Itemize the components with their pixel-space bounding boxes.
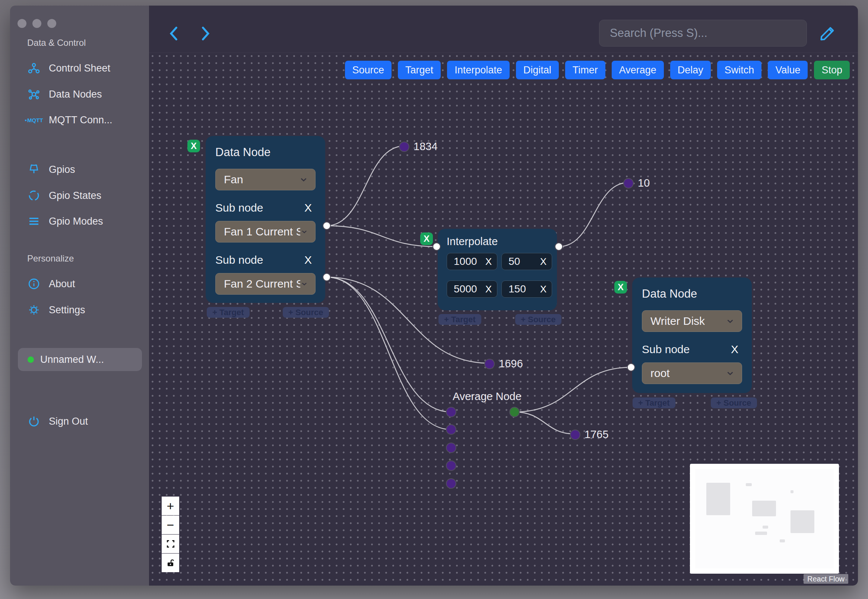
back-button[interactable] xyxy=(167,25,182,42)
sidebar-item-label: Gpio Modes xyxy=(49,216,103,227)
remove-sub-node-button[interactable]: X xyxy=(302,254,314,266)
source-handle[interactable] xyxy=(555,242,563,251)
window-traffic-lights[interactable] xyxy=(18,19,56,28)
node-title: Interpolate xyxy=(447,235,548,248)
search-box xyxy=(599,20,807,47)
remove-value-button[interactable]: X xyxy=(485,283,492,295)
sidebar-item-sign-out[interactable]: Sign Out xyxy=(27,414,88,429)
minimap-node xyxy=(746,483,752,486)
sub-node-select[interactable]: root xyxy=(642,363,742,384)
node-title: Data Node xyxy=(215,146,316,159)
zoom-window-button[interactable] xyxy=(47,19,56,28)
sidebar-item-gpios[interactable]: Gpios xyxy=(27,162,75,177)
fit-view-icon xyxy=(166,539,176,549)
gear-icon xyxy=(27,304,41,316)
palette-interpolate-button[interactable]: Interpolate xyxy=(447,61,510,79)
interpolate-value: 50 xyxy=(508,256,520,268)
target-handle[interactable] xyxy=(433,242,441,251)
forward-button[interactable] xyxy=(197,25,213,42)
minimap-node xyxy=(752,501,776,516)
target-handle[interactable] xyxy=(627,363,635,372)
remove-value-button[interactable]: X xyxy=(485,256,492,268)
add-target-button[interactable]: + Target xyxy=(207,307,250,318)
palette-target-button[interactable]: Target xyxy=(398,61,441,79)
sidebar-item-gpio-modes[interactable]: Gpio Modes xyxy=(27,214,103,229)
source-handle[interactable] xyxy=(323,273,331,281)
value-handle-dot[interactable] xyxy=(571,430,580,439)
interpolate-input-pair[interactable]: 5000 X xyxy=(447,280,497,298)
data-node-fan[interactable]: Data Node Fan Sub node X Fan 1 Current S… xyxy=(206,136,325,303)
remove-sub-node-button[interactable]: X xyxy=(302,202,314,214)
interpolate-input-pair[interactable]: 1000 X xyxy=(447,253,497,270)
lock-toggle-button[interactable] xyxy=(162,554,179,572)
delete-node-button[interactable]: X xyxy=(187,140,200,152)
add-target-button[interactable]: + Target xyxy=(438,314,481,325)
search-input[interactable] xyxy=(599,20,806,46)
average-input-handle[interactable] xyxy=(447,443,456,452)
sub-node-label: Sub node xyxy=(642,343,689,356)
sidebar-item-settings[interactable]: Settings xyxy=(27,302,85,318)
remove-sub-node-button[interactable]: X xyxy=(729,343,740,356)
close-window-button[interactable] xyxy=(18,19,26,28)
sub-node-select[interactable]: Fan 1 Current Spe xyxy=(215,221,316,242)
edit-pencil-icon[interactable] xyxy=(818,25,836,43)
device-select[interactable]: Fan xyxy=(215,169,316,190)
sidebar-item-workspace-unnamed[interactable]: Unnamed W... xyxy=(18,348,142,371)
interpolate-input-pair[interactable]: 50 X xyxy=(501,253,552,270)
device-select[interactable]: Writer Disk xyxy=(642,310,742,332)
delete-node-button[interactable]: X xyxy=(420,232,433,245)
device-select-value: Fan xyxy=(224,173,243,186)
device-select-value: Writer Disk xyxy=(650,315,705,327)
fit-view-button[interactable] xyxy=(162,534,179,553)
average-input-handle[interactable] xyxy=(447,425,456,434)
remove-value-button[interactable]: X xyxy=(540,283,546,295)
react-flow-attribution[interactable]: React Flow xyxy=(803,574,848,584)
minimap[interactable] xyxy=(690,464,839,574)
average-input-handle[interactable] xyxy=(447,408,456,417)
interpolate-value: 1000 xyxy=(454,256,477,268)
interpolate-input-pair[interactable]: 150 X xyxy=(501,280,552,298)
delete-node-button[interactable]: X xyxy=(614,281,627,293)
add-source-button[interactable]: + Source xyxy=(711,397,757,408)
palette-switch-button[interactable]: Switch xyxy=(717,61,762,79)
zoom-in-button[interactable]: + xyxy=(162,497,179,515)
chevron-down-icon xyxy=(725,369,735,378)
interpolate-node[interactable]: Interpolate 1000 X 50 X 5000 X 150 X xyxy=(438,229,557,310)
palette-value-button[interactable]: Value xyxy=(768,61,808,79)
add-source-button[interactable]: + Source xyxy=(283,307,329,318)
palette-delay-button[interactable]: Delay xyxy=(670,61,711,79)
zoom-out-button[interactable]: − xyxy=(162,516,179,534)
palette-source-button[interactable]: Source xyxy=(345,61,392,79)
value-handle-dot[interactable] xyxy=(485,360,494,369)
add-target-button[interactable]: + Target xyxy=(633,397,675,408)
sidebar-item-control-sheet[interactable]: Control Sheet xyxy=(27,60,110,76)
palette-timer-button[interactable]: Timer xyxy=(565,61,605,79)
palette-digital-button[interactable]: Digital xyxy=(516,61,559,79)
data-node-writer-disk[interactable]: Data Node Writer Disk Sub node X root xyxy=(632,277,752,393)
sidebar-item-label: Settings xyxy=(49,304,85,316)
palette-average-button[interactable]: Average xyxy=(612,61,664,79)
value-handle-dot[interactable] xyxy=(624,179,633,188)
value-handle-dot[interactable] xyxy=(400,142,409,151)
remove-value-button[interactable]: X xyxy=(540,256,546,268)
average-output-handle[interactable] xyxy=(510,408,519,417)
sidebar-item-label: MQTT Conn... xyxy=(49,114,113,126)
chevron-down-icon xyxy=(300,279,308,289)
sidebar-item-label: Gpios xyxy=(49,164,75,175)
palette-stop-button[interactable]: Stop xyxy=(814,61,850,79)
sub-node-label: Sub node xyxy=(215,254,263,266)
minimap-node xyxy=(791,490,793,493)
flow-editor-main: Source Target Interpolate Digital Timer … xyxy=(149,6,858,585)
workspace-label: Unnamed W... xyxy=(40,354,104,366)
sub-node-select[interactable]: Fan 2 Current Spe xyxy=(215,273,316,295)
add-source-button[interactable]: + Source xyxy=(515,314,561,325)
average-input-handle[interactable] xyxy=(447,461,456,470)
sidebar-item-gpio-states[interactable]: Gpio States xyxy=(27,188,101,203)
sidebar-item-data-nodes[interactable]: Data Nodes xyxy=(27,86,102,102)
sidebar-item-mqtt-connections[interactable]: MQTT MQTT Conn... xyxy=(27,112,113,128)
source-handle[interactable] xyxy=(323,222,331,230)
sidebar-item-about[interactable]: About xyxy=(27,276,75,292)
sub-node-select-value: Fan 2 Current Spe xyxy=(224,277,300,290)
average-input-handle[interactable] xyxy=(447,479,456,488)
minimize-window-button[interactable] xyxy=(32,19,41,28)
